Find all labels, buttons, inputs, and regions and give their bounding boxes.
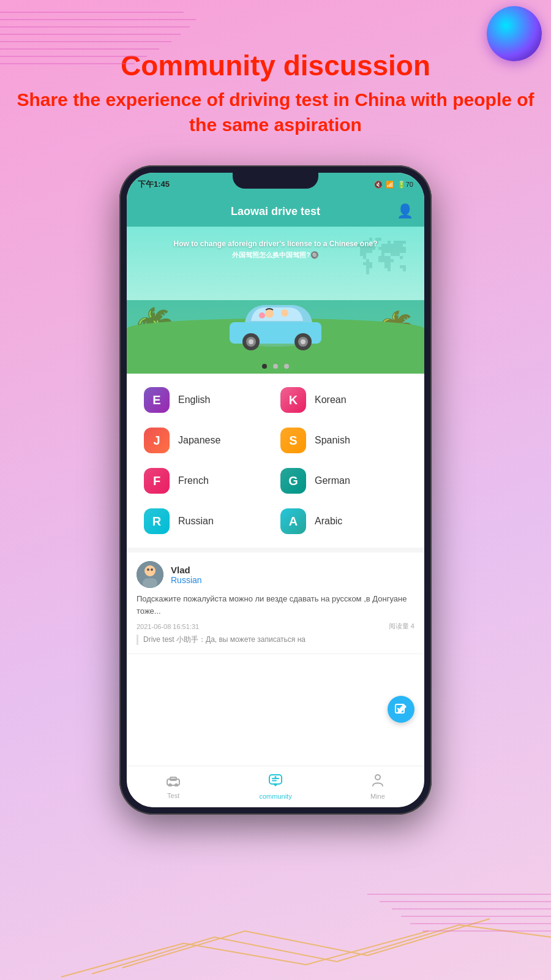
status-icons: 🔇 📶 🔋70 xyxy=(374,181,413,189)
dot-active xyxy=(262,364,267,369)
lang-icon-arabic: A xyxy=(280,508,306,534)
phone-mockup: 下午1:45 🔇 📶 🔋70 Laowai drive test 👤 🗺 🌴 🌴 xyxy=(119,165,432,815)
community-nav-label: community xyxy=(259,793,291,800)
lang-name-japanese: Japanese xyxy=(178,435,220,446)
lang-icon-japanese: J xyxy=(144,428,170,453)
lang-icon-german: G xyxy=(280,468,306,494)
lang-item-japanese[interactable]: J Japanese xyxy=(139,420,276,461)
dot-inactive-1 xyxy=(273,364,278,369)
language-grid: E English K Korean J Japanese S Spanish xyxy=(127,374,424,548)
page-title: Community discussion xyxy=(0,49,551,83)
svg-rect-27 xyxy=(143,578,157,588)
mine-nav-label: Mine xyxy=(370,793,385,800)
profile-icon[interactable]: 👤 xyxy=(397,203,413,219)
banner-text-chinese: 外国驾照怎么换中国驾照?🔘 xyxy=(136,251,415,260)
post-footer: 2021-06-08 16:51:31 阅读量 4 xyxy=(137,622,414,631)
decorative-orb xyxy=(487,6,542,61)
svg-point-26 xyxy=(144,565,156,576)
post-username: Vlad xyxy=(171,565,414,575)
app-header: Laowai drive test 👤 xyxy=(127,196,424,227)
post-content: Подскажите пожалуйста можно ли везде сда… xyxy=(137,593,414,617)
banner-text-english: How to change aforeign driver's license … xyxy=(136,239,415,249)
post-header: Vlad Russian xyxy=(137,561,414,588)
svg-point-37 xyxy=(375,775,380,780)
banner[interactable]: 🗺 🌴 🌴 How to change aforeign driver's li… xyxy=(127,227,424,374)
dot-inactive-2 xyxy=(284,364,289,369)
lang-item-korean[interactable]: K Korean xyxy=(276,380,412,420)
lang-item-arabic[interactable]: A Arabic xyxy=(276,501,412,541)
lang-icon-english: E xyxy=(144,387,170,413)
lang-name-french: French xyxy=(178,475,209,486)
svg-point-18 xyxy=(249,339,253,344)
lang-name-spanish: Spanish xyxy=(315,435,350,446)
wifi-icon: 📶 xyxy=(386,181,394,189)
mute-icon: 🔇 xyxy=(374,181,383,189)
lang-item-french[interactable]: F French xyxy=(139,461,276,501)
page-title-area: Community discussion Share the experienc… xyxy=(0,0,551,143)
svg-point-29 xyxy=(151,568,153,571)
post-reply: Drive test 小助手：Да, вы можете записаться … xyxy=(137,635,414,645)
lang-name-arabic: Arabic xyxy=(315,516,342,527)
bottom-nav: Test community xyxy=(127,766,424,807)
svg-point-23 xyxy=(281,309,288,317)
nav-item-mine[interactable]: Mine xyxy=(370,774,385,800)
nav-item-community[interactable]: community xyxy=(259,774,291,800)
nav-item-test[interactable]: Test xyxy=(166,774,181,799)
post-date: 2021-06-08 16:51:31 xyxy=(137,623,199,630)
svg-point-33 xyxy=(168,783,172,786)
phone-screen: 下午1:45 🔇 📶 🔋70 Laowai drive test 👤 🗺 🌴 🌴 xyxy=(127,173,424,807)
lang-icon-korean: K xyxy=(280,387,306,413)
status-time: 下午1:45 xyxy=(138,179,170,190)
post-reads: 阅读量 4 xyxy=(389,622,414,631)
lang-name-english: English xyxy=(178,394,210,405)
svg-point-22 xyxy=(265,309,274,318)
post-language: Russian xyxy=(171,575,414,585)
post-avatar xyxy=(137,561,163,588)
app-header-title: Laowai drive test xyxy=(231,205,320,218)
post-user-info: Vlad Russian xyxy=(171,565,414,585)
section-divider xyxy=(127,548,424,552)
svg-point-24 xyxy=(259,312,265,318)
svg-point-21 xyxy=(301,339,305,344)
lang-name-german: German xyxy=(315,475,350,486)
lang-icon-russian: R xyxy=(144,508,170,534)
compose-fab-button[interactable] xyxy=(388,696,414,723)
post-item[interactable]: Vlad Russian Подскажите пожалуйста можно… xyxy=(127,552,424,654)
community-nav-icon xyxy=(268,774,283,791)
svg-point-28 xyxy=(147,568,149,571)
lang-item-russian[interactable]: R Russian xyxy=(139,501,276,541)
phone-notch xyxy=(233,173,318,189)
car-illustration xyxy=(214,292,337,355)
lang-name-korean: Korean xyxy=(315,394,347,405)
test-nav-label: Test xyxy=(167,792,179,799)
lang-name-russian: Russian xyxy=(178,516,214,527)
screen-content: 🗺 🌴 🌴 How to change aforeign driver's li… xyxy=(127,227,424,766)
lang-icon-spanish: S xyxy=(280,428,306,453)
test-nav-icon xyxy=(166,774,181,790)
battery-icon: 🔋70 xyxy=(397,181,413,189)
banner-text: How to change aforeign driver's license … xyxy=(136,239,415,260)
page-subtitle: Share the experience of driving test in … xyxy=(0,88,551,137)
lang-item-german[interactable]: G German xyxy=(276,461,412,501)
svg-point-36 xyxy=(275,776,277,778)
lang-item-spanish[interactable]: S Spanish xyxy=(276,420,412,461)
mine-nav-icon xyxy=(371,774,384,791)
bg-decoration-bottom xyxy=(0,858,551,980)
lang-item-english[interactable]: E English xyxy=(139,380,276,420)
lang-icon-french: F xyxy=(144,468,170,494)
svg-point-34 xyxy=(174,783,178,786)
